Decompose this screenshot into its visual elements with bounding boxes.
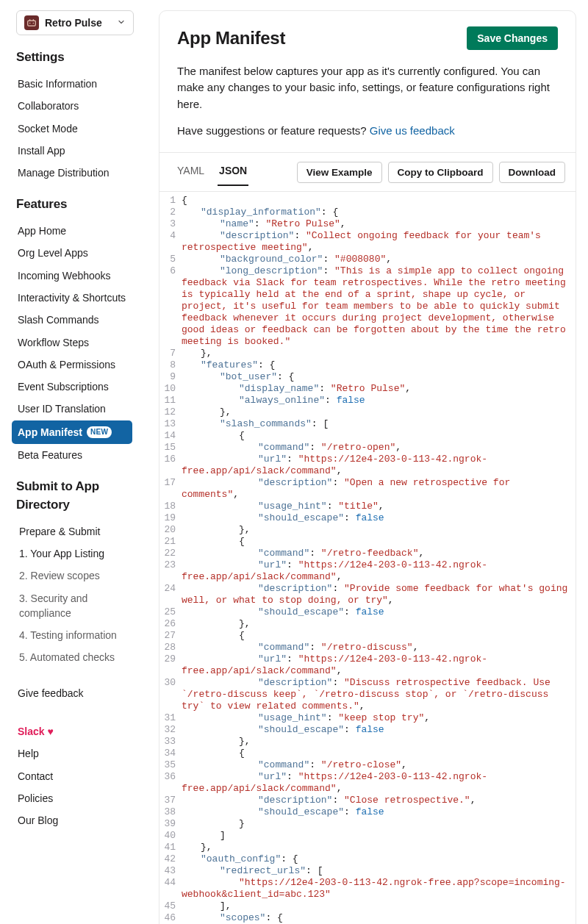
copy-button[interactable]: Copy to Clipboard <box>388 162 493 183</box>
page-title: App Manifest <box>177 26 285 51</box>
nav-app-manifest[interactable]: App Manifest NEW <box>12 420 132 444</box>
code-body[interactable]: {"display_information": {"name": "Retro … <box>180 192 576 924</box>
tab-json[interactable]: JSON <box>212 159 254 185</box>
nav-heading-submit: Submit to App Directory <box>16 478 140 514</box>
line-gutter: 1234567891011121314151617181920212223242… <box>159 192 180 924</box>
nav-item[interactable]: Event Subscriptions <box>16 376 140 398</box>
nav-item[interactable]: App Home <box>16 220 140 242</box>
nav-item[interactable]: Workflow Steps <box>16 332 140 354</box>
manifest-card: App Manifest Save Changes The manifest b… <box>159 10 576 924</box>
app-name: Retro Pulse <box>45 15 111 30</box>
svg-point-2 <box>33 23 35 24</box>
main-content: App Manifest Save Changes The manifest b… <box>147 0 588 924</box>
nav-item[interactable]: Slash Commands <box>16 309 140 331</box>
chevron-down-icon <box>117 15 126 30</box>
code-editor[interactable]: 1234567891011121314151617181920212223242… <box>159 192 576 924</box>
svg-rect-0 <box>28 21 36 26</box>
nav-item[interactable]: Interactivity & Shortcuts <box>16 287 140 309</box>
nav-item[interactable]: Collaborators <box>16 95 140 117</box>
nav-heading-features: Features <box>16 196 140 214</box>
nav-item[interactable]: 1. Your App Listing <box>16 542 140 565</box>
download-button[interactable]: Download <box>499 162 566 183</box>
nav-item[interactable]: Our Blog <box>16 809 140 831</box>
nav-item[interactable]: OAuth & Permissions <box>16 354 140 376</box>
app-icon <box>24 15 39 30</box>
nav-give-feedback[interactable]: Give feedback <box>16 682 140 704</box>
nav-item[interactable]: 5. Automated checks <box>16 646 140 668</box>
view-example-button[interactable]: View Example <box>297 162 382 183</box>
format-tabs: YAML JSON <box>170 159 254 185</box>
sidebar: Retro Pulse Settings Basic InformationCo… <box>0 0 147 924</box>
nav-item[interactable]: Help <box>16 742 140 764</box>
manifest-description: The manifest below captures your app as … <box>177 63 558 113</box>
app-picker[interactable]: Retro Pulse <box>16 10 134 35</box>
save-button[interactable]: Save Changes <box>467 26 558 50</box>
nav-app-manifest-label: App Manifest <box>18 425 82 440</box>
nav-item[interactable]: 2. Review scopes <box>16 565 140 587</box>
feedback-prefix: Have suggestions or feature requests? <box>177 124 370 137</box>
nav-item[interactable]: Policies <box>16 787 140 809</box>
svg-point-1 <box>29 23 31 24</box>
tab-yaml[interactable]: YAML <box>170 159 212 185</box>
nav-item[interactable]: Manage Distribution <box>16 162 140 184</box>
nav-item[interactable]: 4. Testing information <box>16 624 140 646</box>
nav-item[interactable]: Socket Mode <box>16 118 140 140</box>
nav-item[interactable]: Basic Information <box>16 73 140 95</box>
badge-new: NEW <box>87 426 112 439</box>
nav-item[interactable]: Prepare & Submit <box>16 520 140 542</box>
feedback-link[interactable]: Give us feedback <box>370 124 455 137</box>
card-header: App Manifest Save Changes The manifest b… <box>159 11 576 153</box>
editor-toolbar: YAML JSON View Example Copy to Clipboard… <box>159 153 576 192</box>
nav-item[interactable]: Org Level Apps <box>16 242 140 264</box>
nav-beta-features[interactable]: Beta Features <box>16 444 140 466</box>
nav-item[interactable]: 3. Security and compliance <box>16 587 140 625</box>
nav-item[interactable]: Incoming Webhooks <box>16 265 140 287</box>
nav-item[interactable]: Install App <box>16 140 140 162</box>
nav-item[interactable]: Contact <box>16 765 140 787</box>
slack-heart: Slack ♥ <box>16 720 140 742</box>
nav-heading-settings: Settings <box>16 49 140 67</box>
nav-item[interactable]: User ID Translation <box>16 398 140 420</box>
feedback-line: Have suggestions or feature requests? Gi… <box>177 123 558 139</box>
